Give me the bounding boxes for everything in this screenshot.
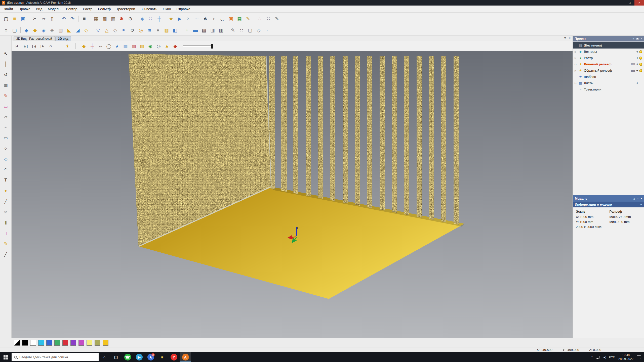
arc-tool-icon[interactable]: ◠ <box>2 166 10 173</box>
shading-slider[interactable] <box>183 46 213 47</box>
toolbar-icon[interactable] <box>135 15 138 22</box>
adjust-bitmap-icon[interactable]: ▨ <box>109 15 117 23</box>
distort-icon[interactable]: ◇ <box>111 26 119 34</box>
tab-3d-view[interactable]: 3D вид <box>55 36 71 41</box>
taskbar-telegram[interactable]: ▶ <box>133 352 145 362</box>
rectangle-tool-icon[interactable]: ▭ <box>2 134 10 142</box>
toolbar-icon[interactable] <box>28 15 30 22</box>
add-icon[interactable]: + <box>636 81 638 85</box>
pin2-icon[interactable]: ▾ <box>640 197 642 200</box>
knife-tool-icon[interactable]: ╱ <box>2 198 10 205</box>
new-document-icon[interactable]: ▢ <box>2 15 10 23</box>
menu-item[interactable]: Вектор <box>63 6 80 12</box>
menu-item[interactable]: Траектории <box>113 6 138 12</box>
maximize-button[interactable]: □ <box>625 0 634 6</box>
chevron-down-icon[interactable]: ▼ <box>564 36 567 39</box>
color-swatch-magenta[interactable] <box>78 340 84 346</box>
tree-item-sheets[interactable]: ▷ ▦ Листы ▦▦ + <box>573 80 644 86</box>
add-icon[interactable]: + <box>636 56 638 60</box>
zoom-tool-icon[interactable]: ○ <box>2 26 10 34</box>
add-relief-icon[interactable]: + <box>183 26 191 34</box>
toolbar-icon[interactable] <box>91 26 94 34</box>
search-input[interactable] <box>19 355 96 359</box>
emboss-icon[interactable]: ◨ <box>209 26 217 34</box>
vector-to-bitmap-icon[interactable]: ▣ <box>227 15 235 23</box>
mirror-relief-icon[interactable]: ◧ <box>171 26 179 34</box>
menu-item[interactable]: 3D-печать <box>138 6 160 12</box>
text-tool-icon[interactable]: T <box>2 176 10 184</box>
color-swatch-green[interactable] <box>54 340 60 346</box>
paste-icon[interactable]: ▯ <box>48 15 56 23</box>
expand-arrow-icon[interactable]: ▷ <box>574 57 577 59</box>
start-button[interactable] <box>0 352 12 362</box>
color-swatch-blue[interactable] <box>46 340 52 346</box>
action-center-icon[interactable] <box>637 355 641 359</box>
small-grid-icon[interactable]: ∷ <box>237 26 246 34</box>
hidden-icons-chevron[interactable]: ^ <box>591 355 593 359</box>
relief-gray-icon[interactable]: ◈ <box>48 26 56 34</box>
book-icon[interactable]: ▥ <box>217 26 225 34</box>
color-swatch-red[interactable] <box>62 340 68 346</box>
toolbar-icon[interactable] <box>164 15 167 22</box>
color-swatch-white[interactable] <box>30 340 36 346</box>
menu-item[interactable]: Модель <box>45 6 63 12</box>
undo-icon[interactable]: ↶ <box>60 15 68 23</box>
snap-objects-icon[interactable]: ◆ <box>138 15 146 23</box>
vector-wand-icon[interactable]: ★ <box>167 15 175 23</box>
tree-item-model[interactable]: ▷ ▤ (Без имени) ▦▦ + <box>573 42 644 49</box>
node-cloud-icon[interactable]: ∴ <box>256 15 264 23</box>
relief-gold-tri-icon[interactable]: ◣ <box>65 26 73 34</box>
add-icon[interactable]: + <box>636 50 638 54</box>
select-tool-icon[interactable]: ↖ <box>2 50 10 57</box>
network-icon[interactable] <box>596 356 599 358</box>
color-swatch-olive[interactable] <box>95 340 100 346</box>
tab-2d-view[interactable]: 2D Вид - Растровый слой <box>14 36 55 41</box>
target-icon[interactable]: ◎ <box>155 42 163 50</box>
menu-item[interactable]: Файл <box>2 6 16 12</box>
brush-3d-icon[interactable]: ◆ <box>171 42 179 50</box>
visibility-bulb-icon[interactable] <box>639 57 642 60</box>
pan-icon[interactable]: ⇔ <box>97 42 104 50</box>
viewport-3d[interactable] <box>12 51 573 338</box>
capsule-icon[interactable]: ▬ <box>191 26 199 34</box>
ellipse-tool-icon[interactable]: ○ <box>2 145 10 152</box>
select-vectors-icon[interactable]: ▶ <box>176 15 184 23</box>
tree-item-vectors[interactable]: ▷ ◆ Векторы ▦▦ + <box>573 49 644 55</box>
toolbar-icon[interactable] <box>180 26 182 34</box>
add-icon[interactable]: + <box>636 69 638 72</box>
erase-tool-icon[interactable]: ▭ <box>2 103 10 110</box>
tree-item-template[interactable]: ▷ ★ Шаблон ▦▦ + <box>573 74 644 80</box>
close-button[interactable]: × <box>634 0 644 6</box>
add-icon[interactable]: + <box>636 62 638 66</box>
close-view-icon[interactable]: × <box>569 36 571 39</box>
menu-item[interactable]: Справка <box>174 6 193 12</box>
volume-icon[interactable]: ◄) <box>603 355 606 359</box>
tree-item-raster[interactable]: ▷ ● Растр ▦▦ + <box>573 55 644 61</box>
view-side-icon[interactable]: ◲ <box>30 42 38 50</box>
clone-tool-icon[interactable]: ▱ <box>2 113 10 121</box>
view-top-icon[interactable]: ◳ <box>38 42 46 50</box>
erase2-tool-icon[interactable]: ▯ <box>2 229 10 237</box>
paint-tool-icon[interactable]: ✎ <box>2 92 10 100</box>
layers-red-icon[interactable]: ▤ <box>130 42 138 50</box>
taskbar-yandex[interactable]: Y <box>168 352 180 362</box>
menu-item[interactable]: Рельеф <box>95 6 113 12</box>
visibility-bulb-icon[interactable] <box>639 50 642 53</box>
envelope-down-icon[interactable]: ▽ <box>94 26 102 34</box>
view-iso-icon[interactable]: ◰ <box>14 42 21 50</box>
tree-item-front-relief[interactable]: ▷ ★ Лицевой рельеф ▦▦ + <box>573 61 644 67</box>
color-swatch-pale-yellow[interactable] <box>87 340 92 346</box>
rotate-tool-icon[interactable]: ↺ <box>2 71 10 78</box>
offset-icon[interactable]: ◎ <box>137 26 145 34</box>
set-model-size-icon[interactable]: ▦ <box>92 15 100 23</box>
copy-icon[interactable]: ▱ <box>39 15 48 23</box>
texture-icon[interactable]: ▦ <box>163 26 171 34</box>
small-diamond-icon[interactable]: ◇ <box>255 26 263 34</box>
origin-icon[interactable]: ┼ <box>88 42 96 50</box>
zoom-3d-icon[interactable]: ○ <box>47 42 55 50</box>
view-toolbar-icon[interactable] <box>72 42 79 50</box>
dome-icon[interactable]: ● <box>154 26 162 34</box>
paint-vector-icon[interactable]: ✎ <box>244 15 252 23</box>
help-icon[interactable]: ? <box>632 37 634 40</box>
expand-arrow-icon[interactable]: ▷ <box>574 63 577 66</box>
